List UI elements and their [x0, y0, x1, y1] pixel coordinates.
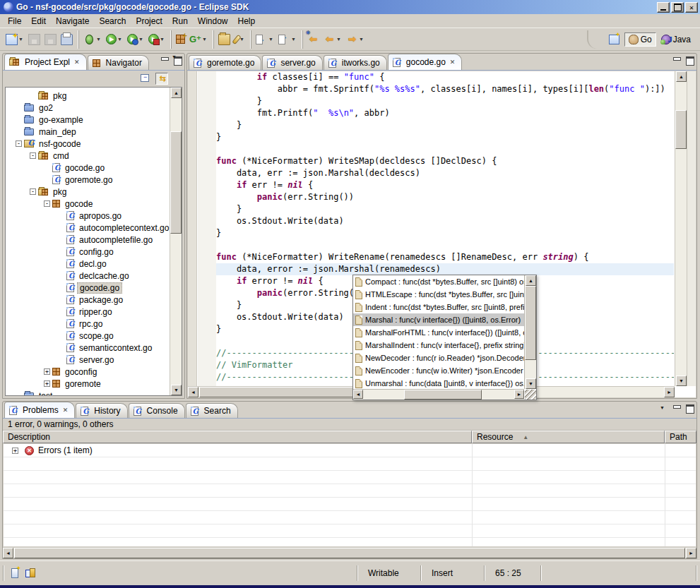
minimize-pane-button[interactable]	[160, 56, 169, 64]
tree-item[interactable]: -gocode	[6, 198, 170, 210]
scroll-right-button[interactable]: ►	[664, 387, 675, 397]
error-group-row[interactable]: + ✕ Errors (1 item)	[4, 444, 696, 457]
tree-item[interactable]: apropos.go	[6, 210, 170, 222]
tree-item[interactable]: pkg	[6, 90, 170, 102]
explorer-view-menu-button[interactable]	[172, 75, 180, 82]
perspective-java-button[interactable]: Java	[658, 33, 694, 46]
open-perspective-button[interactable]	[605, 33, 623, 46]
code-line[interactable]: 58 if err != nil {	[216, 179, 674, 191]
scroll-up-button[interactable]: ▲	[676, 71, 687, 82]
completion-item[interactable]: Compact : func(dst *bytes.Buffer, src []…	[353, 275, 524, 288]
completion-item[interactable]: Indent : func(dst *bytes.Buffer, src []u…	[353, 301, 524, 313]
code-line[interactable]: 61 os.Stdout.Write(data)	[216, 215, 674, 227]
tab-search[interactable]: Search	[186, 403, 238, 418]
popup-resize-grip[interactable]	[525, 390, 536, 400]
code-line[interactable]: 54}	[216, 131, 674, 143]
scroll-up-button[interactable]: ▲	[526, 275, 536, 286]
popup-vertical-scrollbar[interactable]: ▲ ▼	[524, 275, 536, 389]
menu-item-search[interactable]: Search	[94, 15, 131, 28]
scroll-thumb[interactable]	[170, 131, 182, 234]
scroll-right-button[interactable]: ►	[686, 548, 696, 558]
code-line[interactable]: 65 data, error := json.Marshal(renamedes…	[216, 263, 674, 275]
menu-item-help[interactable]: Help	[233, 15, 261, 28]
dropdown-arrow-icon[interactable]: ▼	[95, 37, 102, 42]
tree-item[interactable]: server.go	[6, 354, 170, 366]
tree-item[interactable]: go2	[6, 102, 170, 114]
code-line[interactable]: 50 abbr = fmt.Sprintf("%s %s%s", classes…	[216, 83, 674, 95]
tree-item[interactable]: go-example	[6, 114, 170, 126]
scroll-down-button[interactable]: ▼	[676, 376, 687, 386]
completion-item[interactable]: NewDecoder : func(r io.Reader) *json.Dec…	[353, 352, 524, 364]
column-header-description[interactable]: Description	[3, 431, 472, 443]
tree-item[interactable]: config.go	[6, 246, 170, 258]
dropdown-arrow-icon[interactable]: ▼	[201, 37, 208, 42]
tab-navigator[interactable]: Navigator	[88, 55, 149, 70]
tree-expander-icon[interactable]: +	[44, 380, 50, 387]
menu-item-project[interactable]: Project	[131, 15, 167, 28]
minimize-pane-button[interactable]	[672, 56, 681, 64]
link-with-editor-button[interactable]	[155, 73, 168, 85]
annotation-ruler[interactable]	[188, 71, 197, 386]
run-history-button[interactable]: ▼	[125, 32, 146, 47]
close-tab-icon[interactable]: ✕	[449, 59, 456, 66]
perspective-go-button[interactable]: Go	[624, 32, 656, 47]
dropdown-arrow-icon[interactable]: ▼	[290, 37, 297, 42]
tree-item[interactable]: gocode.go	[6, 282, 170, 294]
popup-horizontal-scrollbar[interactable]: ◄ ►	[353, 389, 524, 400]
dropdown-arrow-icon[interactable]: ▼	[117, 37, 123, 42]
completion-item[interactable]: Unmarshal : func(data []uint8, v interfa…	[353, 377, 524, 389]
back-button[interactable]: ▼	[321, 32, 344, 47]
menu-item-file[interactable]: File	[3, 15, 26, 28]
tree-expander-icon[interactable]: -	[30, 152, 36, 159]
tree-item[interactable]: semanticcontext.go	[6, 342, 170, 354]
menu-item-edit[interactable]: Edit	[26, 15, 51, 28]
code-line[interactable]: 49 if classes[i] == "func" {	[216, 71, 674, 83]
overview-ruler[interactable]	[687, 71, 696, 386]
tree-item[interactable]: goremote.go	[6, 174, 170, 186]
tree-item[interactable]: +goremote	[6, 378, 170, 390]
tree-item[interactable]: -nsf-gocode	[6, 138, 170, 150]
completion-item[interactable]: Marshal : func(v interface{}) ([]uint8, …	[353, 313, 524, 326]
problems-horizontal-scrollbar[interactable]: ◄ ►	[3, 547, 696, 558]
column-header-path[interactable]: Path	[665, 431, 696, 443]
code-line[interactable]: 62}	[216, 227, 674, 239]
code-line[interactable]: 55	[216, 143, 674, 155]
view-menu-button[interactable]	[660, 404, 668, 412]
collapse-all-button[interactable]	[139, 73, 152, 85]
minimize-window-button[interactable]	[657, 2, 670, 13]
previous-annotation-button[interactable]: ▼	[276, 32, 299, 47]
editor-tab-server-go[interactable]: server.go	[262, 55, 322, 70]
scroll-right-button[interactable]: ►	[514, 390, 524, 399]
tree-item[interactable]: autocompletefile.go	[6, 234, 170, 246]
code-line[interactable]: 63	[216, 239, 674, 251]
code-line[interactable]: 57 data, err := json.Marshal(decldescs)	[216, 167, 674, 179]
new-go-package-button[interactable]	[174, 32, 187, 46]
code-line[interactable]: 51 }	[216, 95, 674, 107]
scroll-left-button[interactable]: ◄	[353, 390, 363, 399]
explorer-vertical-scrollbar[interactable]: ▲ ▼	[170, 88, 182, 395]
tree-item[interactable]: scope.go	[6, 330, 170, 342]
code-line[interactable]: 56func (*NiceFormatter) WriteSMap(declde…	[216, 155, 674, 167]
tree-expander-icon[interactable]: -	[16, 140, 22, 147]
expand-icon[interactable]: +	[12, 448, 18, 454]
scroll-thumb[interactable]	[404, 390, 482, 400]
scroll-down-button[interactable]: ▼	[171, 385, 182, 395]
scroll-thumb[interactable]	[525, 286, 536, 360]
fast-view-icon[interactable]	[11, 568, 18, 578]
tree-item[interactable]: test	[6, 390, 170, 396]
menu-item-window[interactable]: Window	[193, 15, 233, 28]
tree-item[interactable]: rpc.go	[6, 318, 170, 330]
tree-item[interactable]: main_dep	[6, 126, 170, 138]
tree-expander-icon[interactable]: +	[44, 368, 50, 375]
menu-item-navigate[interactable]: Navigate	[51, 15, 94, 28]
completion-item[interactable]: MarshalForHTML : func(v interface{}) ([]…	[353, 326, 524, 339]
tab-history[interactable]: History	[76, 403, 127, 418]
close-tab-icon[interactable]: ✕	[61, 407, 69, 414]
code-line[interactable]: 64func (*NiceFormatter) WriteRename(rena…	[216, 251, 674, 263]
debug-button[interactable]: ▼	[81, 32, 104, 47]
code-line[interactable]: 59 panic(err.String())	[216, 191, 674, 203]
editor-tab-gocode-go[interactable]: gocode.go✕	[388, 54, 463, 70]
tree-item[interactable]: gocode.go	[6, 162, 170, 174]
code-line[interactable]: 52 fmt.Printf(" %s\n", abbr)	[216, 107, 674, 119]
code-line[interactable]: 60 }	[216, 203, 674, 215]
